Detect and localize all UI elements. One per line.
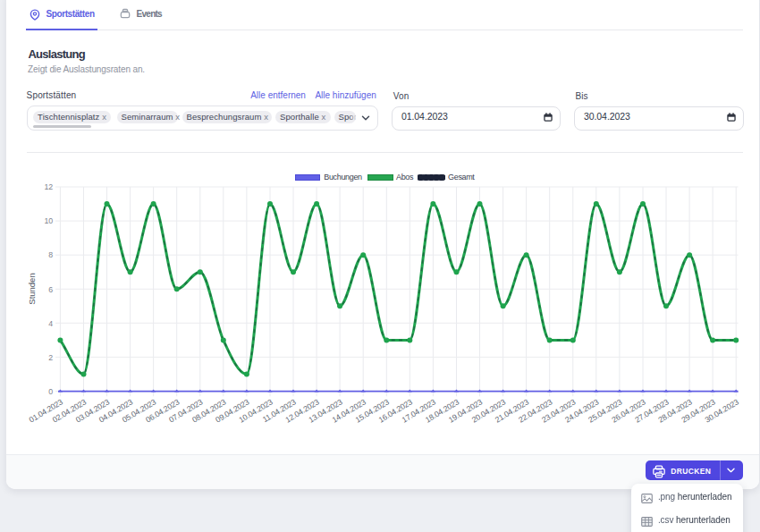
- svg-text:6: 6: [48, 285, 53, 294]
- svg-text:4: 4: [48, 319, 53, 328]
- svg-text:10: 10: [45, 216, 54, 225]
- svg-text:0: 0: [48, 387, 53, 396]
- svg-text:2: 2: [48, 353, 53, 362]
- svg-text:12: 12: [45, 182, 54, 191]
- svg-text:Stunden: Stunden: [27, 273, 37, 304]
- svg-text:8: 8: [48, 250, 53, 259]
